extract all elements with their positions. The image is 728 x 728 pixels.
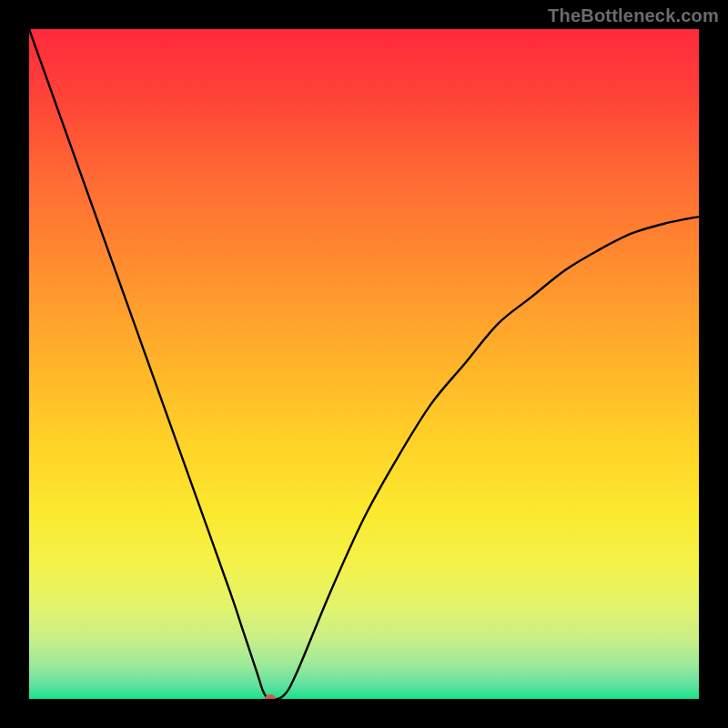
plot-area — [29, 29, 699, 699]
watermark-text: TheBottleneck.com — [548, 5, 719, 26]
gradient-background — [29, 29, 699, 699]
bottleneck-chart — [29, 29, 699, 699]
chart-frame: TheBottleneck.com — [0, 0, 728, 728]
